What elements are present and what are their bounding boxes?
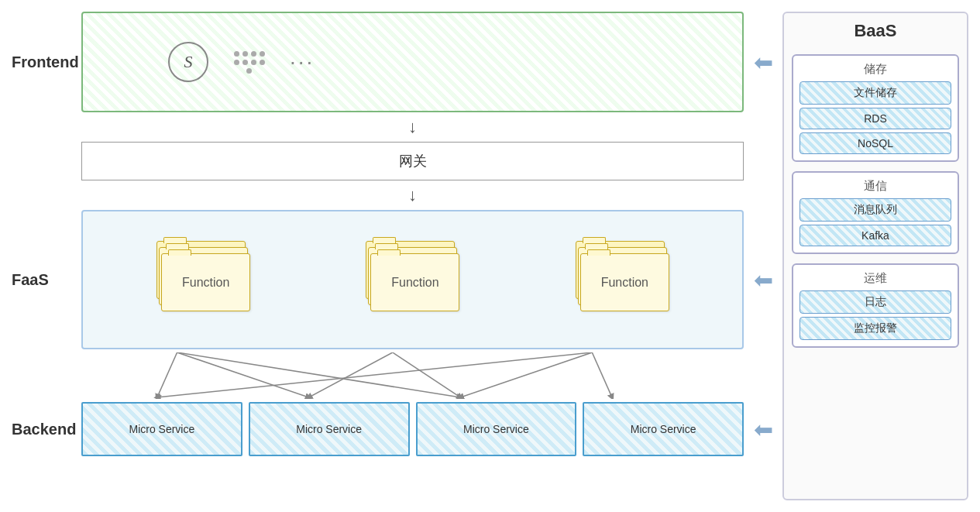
baas-title: BaaS: [792, 21, 959, 45]
svg-line-14: [393, 352, 461, 397]
faas-layer: FaaS Function: [12, 210, 782, 349]
baas-item-file-storage: 文件储存: [799, 81, 951, 105]
faas-baas-arrow: ⬅: [744, 266, 782, 294]
down-arrow-1: ↓: [408, 119, 417, 136]
micro-services-container: Micro Service Micro Service Micro Servic…: [81, 402, 744, 456]
baas-section-ops: 运维 日志 监控报警: [792, 263, 959, 348]
cross-arrows-svg: [81, 352, 744, 399]
baas-item-rds: RDS: [799, 108, 951, 129]
micro-service-3: Micro Service: [416, 402, 577, 456]
left-section: Frontend: [12, 12, 782, 500]
backend-label: Backend: [12, 421, 81, 438]
baas-item-message-queue: 消息队列: [799, 198, 951, 222]
baas-item-logs: 日志: [799, 290, 951, 314]
micro-service-1: Micro Service: [81, 402, 242, 456]
function-stack-3: Function: [576, 241, 669, 318]
backend-layer: Backend Micro Service Micro Service Micr…: [12, 402, 782, 456]
frontend-label: Frontend: [12, 53, 81, 71]
baas-section-storage-title: 储存: [799, 62, 951, 77]
frontend-layer: Frontend: [12, 12, 782, 112]
down-arrow-2: ↓: [408, 187, 417, 204]
svg-line-16: [592, 352, 612, 397]
backend-baas-arrow: ⬅: [744, 416, 782, 443]
function-card-front-2: Function: [370, 253, 459, 311]
gateway-label: 网关: [399, 152, 427, 170]
dots-cluster: [232, 51, 266, 74]
gateway-box: 网关: [81, 142, 744, 180]
cross-arrows-area: [81, 352, 744, 399]
function-cards-1: Function: [156, 241, 249, 318]
diagram-container: Frontend: [0, 0, 980, 512]
svg-line-11: [157, 352, 177, 397]
function-card-front-3: Function: [580, 253, 669, 311]
ellipsis-icon: ···: [290, 50, 315, 74]
function-label-2: Function: [391, 276, 438, 290]
baas-item-monitoring: 监控报警: [799, 317, 951, 340]
function-stack-2: Function: [366, 241, 459, 318]
faas-arrow-row: ↓: [12, 184, 782, 207]
baas-panel: BaaS 储存 文件储存 RDS NoSQL 通信 消息队列 Kafka 运维 …: [782, 12, 968, 500]
baas-section-ops-title: 运维: [799, 271, 951, 286]
baas-section-storage: 储存 文件储存 RDS NoSQL: [792, 54, 959, 162]
baas-item-kafka: Kafka: [799, 225, 951, 246]
faas-label: FaaS: [12, 271, 81, 289]
baas-section-comm-title: 通信: [799, 179, 951, 194]
faas-box: Function Funct: [81, 210, 744, 349]
stripe-icon: S: [168, 42, 208, 82]
function-card-front-1: Function: [161, 253, 250, 311]
baas-section-communication: 通信 消息队列 Kafka: [792, 171, 959, 254]
micro-service-2: Micro Service: [249, 402, 410, 456]
svg-line-12: [177, 352, 309, 397]
frontend-baas-arrow: ⬅: [744, 49, 782, 76]
function-cards-3: Function: [576, 241, 669, 318]
gateway-arrow-row: ↓: [12, 115, 782, 139]
function-label-1: Function: [182, 276, 229, 290]
baas-item-nosql: NoSQL: [799, 132, 951, 154]
function-cards-2: Function: [366, 241, 459, 318]
frontend-box: S ···: [81, 12, 744, 112]
dots-icon: [232, 51, 266, 74]
function-stack-1: Function: [156, 241, 249, 318]
stripe-circle: S: [168, 42, 208, 82]
gateway-layer: 网关: [12, 142, 782, 180]
function-label-3: Function: [601, 276, 648, 290]
micro-service-4: Micro Service: [583, 402, 744, 456]
